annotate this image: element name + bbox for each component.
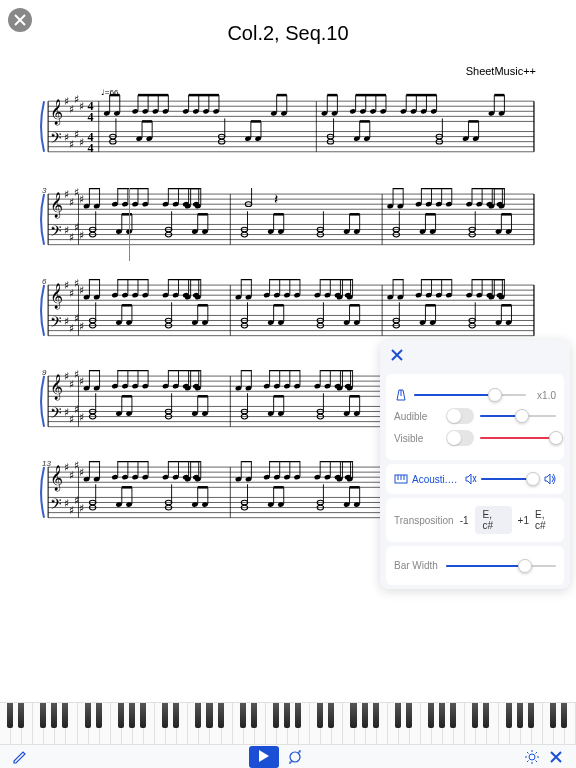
white-key[interactable] [310,703,321,744]
black-key[interactable] [328,703,334,728]
white-key[interactable] [499,703,510,744]
audible-label: Audible [394,411,440,422]
transpose-down-button[interactable]: -1 [460,515,469,526]
volume-icon [542,472,556,486]
white-key[interactable] [33,703,44,744]
instrument-name[interactable]: Acousti...d Piano [412,474,459,485]
black-key[interactable] [218,703,224,728]
loop-button[interactable] [283,747,307,767]
volume-slider[interactable] [481,478,538,480]
black-key[interactable] [173,703,179,728]
audible-toggle[interactable] [446,408,474,424]
play-button[interactable] [249,746,279,768]
barwidth-slider[interactable] [446,565,556,567]
black-key[interactable] [140,703,146,728]
black-key[interactable] [195,703,201,728]
white-key[interactable] [55,703,66,744]
close-icon [14,14,26,26]
barwidth-label: Bar Width [394,560,440,571]
black-key[interactable] [439,703,445,728]
piano-keyboard[interactable] [0,702,576,744]
black-key[interactable] [317,703,323,728]
black-key[interactable] [406,703,412,728]
white-key[interactable] [111,703,122,744]
system: 𝄞𝄢♯♯♯♯♯♯♯♯4444♩=66 [40,87,536,170]
gear-icon [524,749,540,765]
black-key[interactable] [428,703,434,728]
loop-icon [287,749,303,765]
white-key[interactable] [199,703,210,744]
transposition-value: E, c# [475,506,512,534]
visible-slider[interactable] [480,437,556,439]
white-key[interactable] [233,703,244,744]
black-key[interactable] [561,703,567,728]
black-key[interactable] [373,703,379,728]
transpose-up-button[interactable]: +1 [518,515,529,526]
black-key[interactable] [96,703,102,728]
black-key[interactable] [483,703,489,728]
black-key[interactable] [295,703,301,728]
score-system[interactable]: 𝄞𝄢♯♯♯♯♯♯♯♯4444♩=66 [40,87,536,170]
white-key[interactable] [543,703,554,744]
black-key[interactable] [51,703,57,728]
white-key[interactable] [465,703,476,744]
white-key[interactable] [343,703,354,744]
black-key[interactable] [395,703,401,728]
white-key[interactable] [66,703,77,744]
black-key[interactable] [7,703,13,728]
svg-text:♯: ♯ [79,375,84,387]
white-key[interactable] [78,703,89,744]
white-key[interactable] [155,703,166,744]
black-key[interactable] [550,703,556,728]
black-key[interactable] [472,703,478,728]
black-key[interactable] [284,703,290,728]
black-key[interactable] [273,703,279,728]
instrument-card: Acousti...d Piano [386,464,564,494]
black-key[interactable] [162,703,168,728]
white-key[interactable] [421,703,432,744]
svg-text:♯: ♯ [79,501,84,513]
close-screen-button[interactable] [8,8,32,32]
transposition-card: Transposition -1 E, c# +1 E, c# [386,498,564,542]
svg-text:𝄢: 𝄢 [50,313,62,333]
black-key[interactable] [450,703,456,728]
svg-text:♯: ♯ [79,193,84,205]
white-key[interactable] [487,703,498,744]
mute-icon[interactable] [463,472,477,486]
black-key[interactable] [350,703,356,728]
black-key[interactable] [240,703,246,728]
visible-toggle[interactable] [446,430,474,446]
metronome-icon [394,388,408,402]
panel-close-button[interactable] [390,352,404,364]
black-key[interactable] [528,703,534,728]
white-key[interactable] [0,703,11,744]
score-system[interactable]: 𝄞𝄢♯♯♯♯♯♯♯♯𝄽3 [40,188,536,261]
svg-text:𝄞: 𝄞 [50,374,63,401]
black-key[interactable] [129,703,135,728]
black-key[interactable] [206,703,212,728]
white-key[interactable] [188,703,199,744]
black-key[interactable] [251,703,257,728]
svg-text:𝄢: 𝄢 [50,130,62,150]
black-key[interactable] [506,703,512,728]
black-key[interactable] [118,703,124,728]
black-key[interactable] [362,703,368,728]
black-key[interactable] [62,703,68,728]
playhead [129,188,130,261]
black-key[interactable] [18,703,24,728]
white-key[interactable] [266,703,277,744]
black-key[interactable] [517,703,523,728]
black-key[interactable] [85,703,91,728]
measure-number: 9 [42,368,46,377]
close-icon [549,750,563,764]
tempo-slider[interactable] [414,394,526,396]
black-key[interactable] [40,703,46,728]
settings-button[interactable] [520,747,544,767]
svg-text:4: 4 [88,110,94,124]
edit-button[interactable] [8,747,32,767]
white-key[interactable] [388,703,399,744]
audible-slider[interactable] [480,415,556,417]
visible-label: Visible [394,433,440,444]
close-panel-button[interactable] [544,747,568,767]
white-key[interactable] [476,703,487,744]
